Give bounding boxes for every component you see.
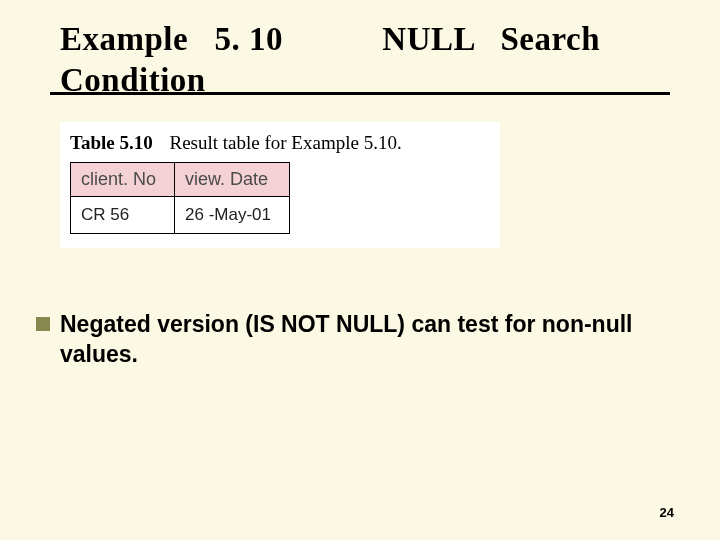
cell-viewdate: 26 -May-01	[175, 197, 290, 234]
title-left2: 5. 10	[214, 21, 283, 57]
table-caption-text: Result table for Example 5.10.	[169, 132, 401, 153]
table-caption: Table 5.10 Result table for Example 5.10…	[66, 128, 494, 162]
bullet-text: Negated version (IS NOT NULL) can test f…	[60, 310, 676, 370]
square-bullet-icon	[36, 317, 50, 331]
title-line2: Condition	[60, 62, 206, 98]
table-header-row: client. No view. Date	[71, 163, 290, 197]
table-figure: Table 5.10 Result table for Example 5.10…	[60, 122, 500, 248]
title-left1: Example	[60, 21, 188, 57]
col-header-viewdate: view. Date	[175, 163, 290, 197]
slide-title: Example 5. 10 NULL Search	[60, 20, 660, 60]
page-number: 24	[660, 505, 674, 520]
result-table: client. No view. Date CR 56 26 -May-01	[70, 162, 290, 234]
title-rightA: NULL	[382, 21, 474, 57]
cell-clientno: CR 56	[71, 197, 175, 234]
table-label: Table 5.10	[70, 132, 153, 153]
bullet-item: Negated version (IS NOT NULL) can test f…	[36, 310, 676, 370]
table-row: CR 56 26 -May-01	[71, 197, 290, 234]
col-header-clientno: client. No	[71, 163, 175, 197]
title-rightB: Search	[500, 21, 600, 57]
